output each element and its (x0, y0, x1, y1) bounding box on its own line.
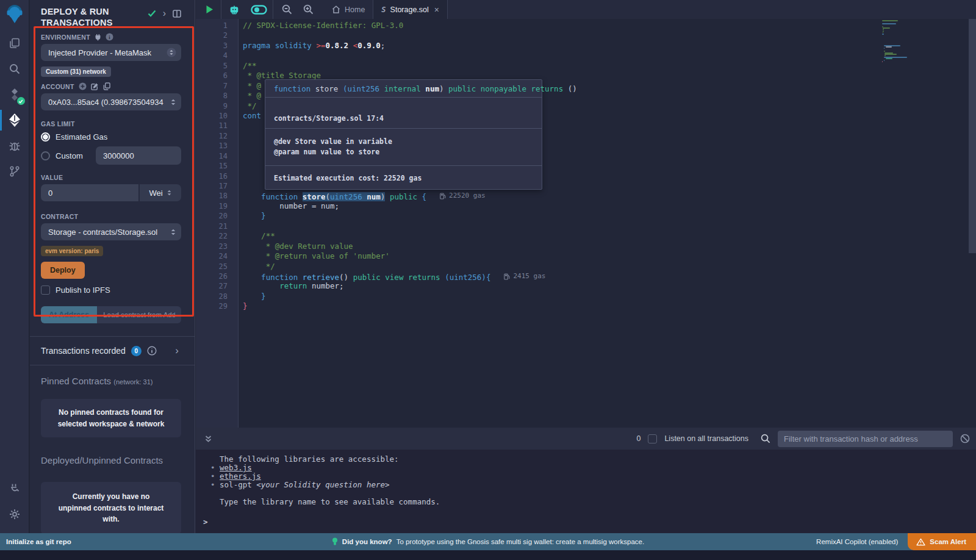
editor-toolbar: Home S Storage.sol × (196, 0, 976, 19)
code-line: function store(uint256 num) public {2252… (243, 191, 976, 201)
publish-ipfs-checkbox[interactable] (41, 285, 50, 295)
forward-chevron-icon[interactable]: › (163, 8, 166, 19)
at-address-input[interactable] (97, 306, 181, 323)
split-panel-icon[interactable] (173, 10, 181, 18)
custom-gas-option[interactable]: Custom (41, 146, 181, 165)
tab-storage-sol[interactable]: S Storage.sol × (373, 0, 447, 19)
listen-all-label[interactable]: Listen on all transactions (664, 434, 748, 443)
transactions-info-icon[interactable] (147, 346, 157, 356)
transactions-expand-chevron[interactable]: › (175, 345, 181, 357)
divider (30, 365, 195, 365)
main-area: Home S Storage.sol × 1234567891011121314… (196, 0, 976, 533)
home-icon (332, 5, 340, 13)
publish-ipfs-option[interactable]: Publish to IPFS (41, 285, 181, 295)
compiler-success-badge (17, 97, 25, 105)
code-line: } (243, 292, 976, 301)
environment-select[interactable]: Injected Provider - MetaMask (41, 44, 181, 61)
pinned-network-subtitle: (network: 31) (113, 378, 152, 386)
plugin-manager-icon[interactable] (4, 478, 25, 499)
code-line: */ (243, 262, 976, 271)
copilot-status[interactable]: RemixAI Copilot (enabled) (816, 538, 898, 545)
debugger-icon[interactable] (4, 135, 25, 156)
value-input[interactable] (41, 184, 138, 201)
file-explorer-icon[interactable] (4, 33, 25, 54)
zoom-out-icon[interactable] (273, 0, 298, 19)
custom-gas-input[interactable] (96, 146, 181, 165)
transaction-filter-input[interactable] (778, 431, 953, 447)
environment-label: ENVIRONMENT i (41, 33, 181, 41)
tab-home[interactable]: Home (324, 0, 373, 19)
terminal-bar: 0 Listen on all transactions (196, 428, 976, 450)
divider (30, 336, 195, 337)
scam-alert-button[interactable]: Scam Alert (908, 533, 976, 550)
deploy-button[interactable]: Deploy (41, 262, 85, 279)
terminal-line: • ethers.js (210, 472, 976, 481)
ban-icon[interactable] (960, 434, 970, 443)
at-address-button[interactable]: At Address (41, 306, 97, 323)
editor-gutter: 1234567891011121314151617181920212223242… (196, 19, 239, 428)
search-icon[interactable] (4, 59, 25, 79)
listen-all-checkbox[interactable] (648, 434, 657, 443)
estimated-gas-option[interactable]: Estimated Gas (41, 132, 181, 142)
tooltip-cost: Estimated execution cost: 22520 gas (265, 166, 542, 189)
network-badge: Custom (31) network (41, 66, 111, 77)
chevron-up-down-icon (167, 189, 172, 196)
code-line (243, 31, 976, 40)
pinned-contracts-title: Pinned Contracts (network: 31) (41, 376, 181, 386)
gas-pump-icon (504, 273, 510, 280)
panel-title: DEPLOY & RUN TRANSACTIONS (41, 6, 145, 28)
status-bar: Initialize as git repo Did you know? To … (0, 533, 976, 550)
tip-title: Did you know? (342, 538, 392, 545)
collapse-double-chevron-icon[interactable] (202, 435, 215, 443)
code-line: function retrieve() public view returns … (243, 271, 976, 281)
ai-robot-icon[interactable] (221, 0, 245, 19)
listen-count: 0 (636, 434, 640, 443)
terminal-prompt[interactable]: > (203, 517, 976, 526)
solidity-compiler-icon[interactable] (4, 84, 25, 105)
warning-triangle-icon (916, 538, 925, 546)
close-icon[interactable]: × (434, 5, 439, 15)
terminal-line (210, 489, 976, 498)
editor-scrollbar[interactable] (969, 19, 976, 253)
remix-ide-window: DEPLOY & RUN TRANSACTIONS › ENVIRONMENT … (0, 0, 976, 560)
code-line: pragma solidity >=0.8.2 <0.9.0; (243, 41, 976, 51)
account-select[interactable]: 0xA03...85ac4 (0.398673504934 (41, 93, 181, 110)
code-line: * @dev Return value (243, 242, 976, 251)
lightbulb-icon (332, 537, 338, 546)
contract-label: CONTRACT (41, 213, 181, 220)
code-line: return number; (243, 281, 976, 291)
deploy-run-icon[interactable] (4, 110, 25, 131)
active-plugin-indicator (0, 110, 2, 131)
code-line: * @return value of 'number' (243, 251, 976, 261)
contract-select[interactable]: Storage - contracts/Storage.sol (41, 223, 181, 240)
estimated-gas-radio[interactable] (41, 132, 50, 142)
deploy-run-panel: DEPLOY & RUN TRANSACTIONS › ENVIRONMENT … (30, 0, 195, 533)
evm-version-badge: evm version: paris (41, 246, 103, 256)
custom-gas-radio[interactable] (41, 151, 50, 160)
pinned-empty-message: No pinned contracts found for selected w… (41, 399, 181, 437)
chevron-up-down-icon (167, 48, 176, 57)
git-icon[interactable] (4, 161, 25, 182)
code-line: } (243, 301, 976, 311)
tooltip-signature: function store (uint256 internal num) pu… (265, 80, 542, 98)
copy-account-icon[interactable] (103, 82, 110, 90)
code-line: /** (243, 61, 976, 71)
value-unit-select[interactable]: Wei (140, 184, 181, 201)
copilot-toggle[interactable] (245, 0, 273, 19)
edit-account-icon[interactable] (91, 82, 99, 90)
add-account-icon[interactable] (79, 82, 87, 90)
zoom-in-icon[interactable] (298, 0, 319, 19)
minimap[interactable] (882, 20, 925, 62)
value-label: VALUE (41, 174, 181, 181)
terminal-body[interactable]: The following libraries are accessible:•… (196, 450, 976, 526)
remix-logo[interactable] (4, 4, 25, 24)
panel-header: DEPLOY & RUN TRANSACTIONS › (41, 0, 181, 27)
code-line: } (243, 211, 976, 221)
play-icon (206, 5, 214, 14)
environment-info-icon[interactable]: i (106, 33, 113, 41)
code-editor[interactable]: 1234567891011121314151617181920212223242… (196, 19, 976, 428)
gas-pump-icon (440, 193, 446, 199)
gas-estimate: 2415 gas (504, 271, 545, 281)
run-script-button[interactable] (196, 0, 221, 19)
settings-icon[interactable] (4, 504, 25, 525)
